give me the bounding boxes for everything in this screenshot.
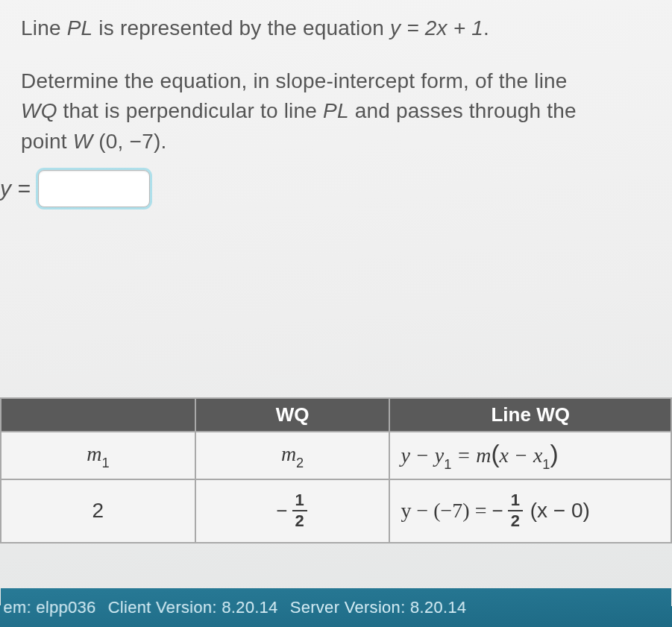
cell-m2: m2 <box>195 432 390 479</box>
numerator: 1 <box>508 492 523 511</box>
neg-fraction: − 1 2 <box>276 492 308 529</box>
footer-bar: em: elpp036 Client Version: 8.20.14 Serv… <box>0 588 672 627</box>
fraction: 12 <box>508 492 523 529</box>
table-header-linewq: Line WQ <box>389 398 671 432</box>
minus-sign: − <box>492 500 503 523</box>
fraction: 1 2 <box>292 492 307 529</box>
numerator: 1 <box>292 492 307 511</box>
table-header-hidden: Slope of Line <box>1 398 195 432</box>
problem-line-2: Determine the equation, in slope-interce… <box>21 66 672 97</box>
denominator: 2 <box>292 511 307 529</box>
answer-label: y = <box>0 176 31 201</box>
text: = m <box>451 444 491 467</box>
line-name: PL <box>323 99 349 122</box>
problem-line-4: point W (0, −7). <box>21 127 672 157</box>
var: m <box>281 442 296 465</box>
text: . <box>483 16 489 40</box>
line-name: WQ <box>21 99 57 122</box>
minus-sign: − <box>276 500 287 523</box>
problem-content: Line PL is represented by the equation y… <box>0 0 672 207</box>
value: 2 <box>92 499 104 522</box>
text: (x − 0) <box>524 499 590 522</box>
subscript: 2 <box>296 456 304 470</box>
table-header-wq: WQ <box>195 398 390 432</box>
answer-row: y = <box>21 170 672 207</box>
text: y − y <box>401 444 444 467</box>
work-table-wrap: Slope of Line WQ Line WQ m1 m2 y − y1 = … <box>0 397 672 543</box>
table-row: m1 m2 y − y1 = m(x − x1) <box>1 432 671 479</box>
point-label: W <box>73 130 93 153</box>
answer-input[interactable] <box>38 170 150 207</box>
cell-point-slope-formula: y − y1 = m(x − x1) <box>389 432 671 479</box>
footer-client-version: Client Version: 8.20.14 <box>108 598 278 617</box>
line-name: PL <box>67 16 93 40</box>
point-coords: (0, −7) <box>92 130 160 153</box>
problem-line-1: Line PL is represented by the equation y… <box>21 13 672 44</box>
text: is represented by the equation <box>92 16 390 40</box>
footer-item: em: elpp036 <box>3 598 96 617</box>
paren: ) <box>550 440 558 467</box>
cell-slope2-value: − 1 2 <box>195 479 390 543</box>
subscript: 1 <box>542 457 550 472</box>
work-table: Slope of Line WQ Line WQ m1 m2 y − y1 = … <box>0 397 672 543</box>
table-row: 2 − 1 2 y − (−7) = −12 (x − 0) <box>1 479 671 543</box>
subscript: 1 <box>444 457 451 472</box>
text: x − x <box>500 444 543 467</box>
text: and passes through the <box>349 99 577 122</box>
neg-fraction: −12 <box>492 492 524 529</box>
var: m <box>87 442 101 465</box>
equation: y = 2x + 1 <box>390 16 483 40</box>
problem-line-3: WQ that is perpendicular to line PL and … <box>21 96 672 127</box>
text: Line <box>21 16 67 40</box>
subscript: 1 <box>101 456 109 470</box>
denominator: 2 <box>508 511 523 529</box>
text: y − (−7) = <box>401 499 492 522</box>
cell-slope1-value: 2 <box>1 479 195 543</box>
cell-m1: m1 <box>1 432 195 479</box>
text: Determine the equation, in slope-interce… <box>21 69 568 92</box>
text: point <box>21 130 73 153</box>
paren: ( <box>491 440 499 467</box>
footer-server-version: Server Version: 8.20.14 <box>290 598 467 617</box>
cell-substituted-equation: y − (−7) = −12 (x − 0) <box>389 479 671 543</box>
text: that is perpendicular to line <box>57 99 323 122</box>
text: . <box>160 130 166 153</box>
